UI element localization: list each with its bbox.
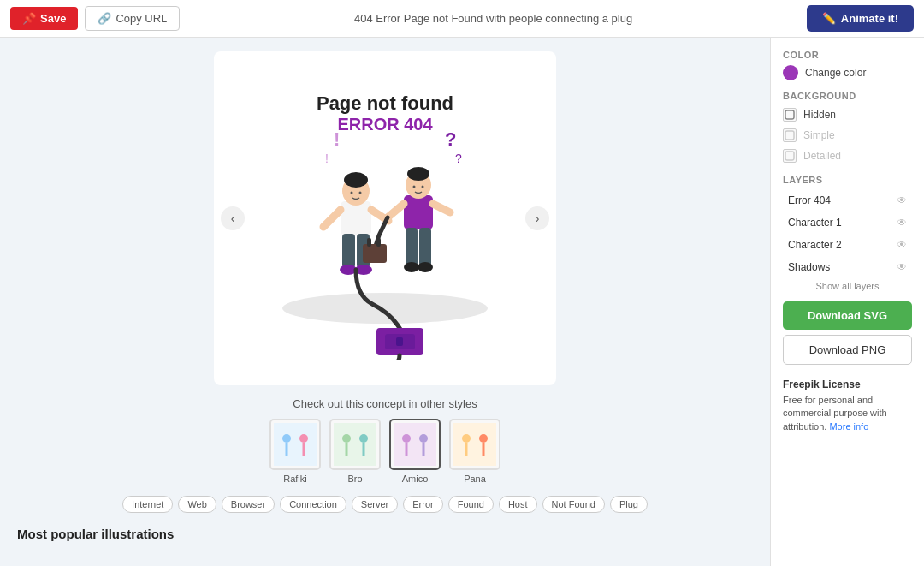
animate-button[interactable]: ✏️ Animate it! xyxy=(807,5,914,32)
license-section: Freepik License Free for personal and co… xyxy=(783,378,912,433)
most-popular-heading: Most popular illustrations xyxy=(14,527,756,541)
illustration-svg: Page not found ERROR 404 ! ! ? ? xyxy=(240,73,530,364)
download-section: Download SVG Download PNG xyxy=(783,301,912,365)
style-thumb-amico[interactable]: Amico xyxy=(389,419,441,484)
more-info-link[interactable]: More info xyxy=(829,421,868,432)
download-png-button[interactable]: Download PNG xyxy=(783,335,912,365)
svg-point-28 xyxy=(404,262,419,272)
main-layout: ‹ Page not found ERROR 404 ! ! ? ? xyxy=(0,38,924,566)
link-icon: 🔗 xyxy=(98,12,111,25)
background-options: Hidden Simple Detailed xyxy=(783,106,912,164)
styles-section: Check out this concept in other styles R… xyxy=(214,397,556,484)
svg-text:?: ? xyxy=(455,152,462,165)
eye-icon-3[interactable]: 👁 xyxy=(897,261,907,273)
eye-icon-0[interactable]: 👁 xyxy=(897,194,907,206)
top-bar: 📌 Save 🔗 Copy URL 404 Error Page not Fou… xyxy=(0,0,924,38)
next-arrow[interactable]: › xyxy=(525,206,549,230)
tag-browser[interactable]: Browser xyxy=(222,496,275,513)
svg-rect-46 xyxy=(394,423,436,466)
svg-point-25 xyxy=(422,186,424,188)
illustration-box: ‹ Page not found ERROR 404 ! ! ? ? xyxy=(214,51,556,385)
save-button[interactable]: 📌 Save xyxy=(10,7,78,30)
tag-server[interactable]: Server xyxy=(352,496,398,513)
svg-point-43 xyxy=(359,434,368,443)
style-thumb-rafiki-img xyxy=(270,419,321,470)
style-thumb-amico-img xyxy=(389,419,441,470)
style-thumb-rafiki[interactable]: Rafiki xyxy=(270,419,321,484)
bg-option-hidden[interactable]: Hidden xyxy=(783,106,912,123)
tag-plug[interactable]: Plug xyxy=(610,496,648,513)
bg-option-simple[interactable]: Simple xyxy=(783,127,912,144)
bg-detailed-icon xyxy=(783,149,797,163)
svg-point-29 xyxy=(418,262,433,272)
change-color-label: Change color xyxy=(805,67,866,79)
copy-url-button[interactable]: 🔗 Copy URL xyxy=(85,6,180,31)
svg-point-53 xyxy=(479,434,488,443)
layer-character1[interactable]: Character 1 👁 xyxy=(783,212,912,233)
tag-connection[interactable]: Connection xyxy=(280,496,346,513)
show-all-layers[interactable]: Show all layers xyxy=(783,281,912,291)
tags-row: Internet Web Browser Connection Server E… xyxy=(122,496,648,513)
svg-text:Page not found: Page not found xyxy=(317,92,453,114)
bro-label: Bro xyxy=(347,474,362,484)
style-thumb-bro[interactable]: Bro xyxy=(329,419,381,484)
svg-rect-51 xyxy=(453,423,496,466)
pana-label: Pana xyxy=(464,474,486,484)
svg-point-6 xyxy=(282,293,488,324)
background-section-title: BACKGROUND xyxy=(783,91,912,101)
svg-point-11 xyxy=(344,172,368,188)
eye-icon-2[interactable]: 👁 xyxy=(897,239,907,251)
svg-rect-56 xyxy=(785,110,794,119)
layer-shadows[interactable]: Shadows 👁 xyxy=(783,257,912,277)
color-swatch xyxy=(783,65,798,80)
svg-line-19 xyxy=(388,204,404,217)
prev-arrow[interactable]: ‹ xyxy=(221,206,245,230)
style-thumb-pana-img xyxy=(449,419,500,470)
svg-rect-31 xyxy=(367,238,371,247)
bg-hidden-icon xyxy=(783,108,797,122)
svg-point-38 xyxy=(299,434,308,443)
svg-rect-7 xyxy=(341,201,371,235)
tag-error[interactable]: Error xyxy=(403,496,442,513)
tag-found[interactable]: Found xyxy=(448,496,494,513)
layer-error404[interactable]: Error 404 👁 xyxy=(783,190,912,211)
tag-internet[interactable]: Internet xyxy=(122,496,173,513)
style-thumbnails: Rafiki Bro xyxy=(214,419,556,484)
svg-rect-18 xyxy=(404,195,433,229)
svg-rect-58 xyxy=(785,152,794,160)
change-color-row[interactable]: Change color xyxy=(783,65,912,80)
svg-rect-41 xyxy=(334,423,376,466)
tag-host[interactable]: Host xyxy=(499,496,537,513)
style-thumb-bro-img xyxy=(329,419,381,470)
rafiki-label: Rafiki xyxy=(283,474,307,484)
layers-section: LAYERS Error 404 👁 Character 1 👁 Charact… xyxy=(783,175,912,291)
download-svg-button[interactable]: Download SVG xyxy=(783,301,912,330)
svg-rect-30 xyxy=(363,244,387,263)
svg-rect-27 xyxy=(419,228,431,266)
right-panel: COLOR Change color BACKGROUND Hidden xyxy=(770,38,924,566)
svg-rect-26 xyxy=(406,228,418,266)
svg-rect-14 xyxy=(342,234,355,268)
tag-web[interactable]: Web xyxy=(178,496,216,513)
save-icon: 📌 xyxy=(22,12,36,25)
color-section-title: COLOR xyxy=(783,50,912,60)
pencil-icon: ✏️ xyxy=(822,12,836,25)
svg-rect-35 xyxy=(396,337,403,346)
svg-point-24 xyxy=(413,186,416,188)
layers-list: Error 404 👁 Character 1 👁 Character 2 👁 … xyxy=(783,190,912,277)
svg-point-52 xyxy=(462,434,471,443)
svg-text:!: ! xyxy=(334,128,340,150)
svg-text:ERROR 404: ERROR 404 xyxy=(337,115,433,134)
svg-line-20 xyxy=(433,204,450,212)
bg-option-detailed[interactable]: Detailed xyxy=(783,147,912,164)
svg-point-48 xyxy=(419,434,428,443)
bg-simple-label: Simple xyxy=(803,129,835,141)
tag-not-found[interactable]: Not Found xyxy=(542,496,605,513)
layers-section-title: LAYERS xyxy=(783,175,912,185)
background-section: BACKGROUND Hidden Simple xyxy=(783,91,912,164)
eye-icon-1[interactable]: 👁 xyxy=(897,217,907,229)
svg-point-22 xyxy=(407,167,429,181)
style-thumb-pana[interactable]: Pana xyxy=(449,419,500,484)
bg-simple-icon xyxy=(783,128,797,142)
layer-character2[interactable]: Character 2 👁 xyxy=(783,235,912,255)
